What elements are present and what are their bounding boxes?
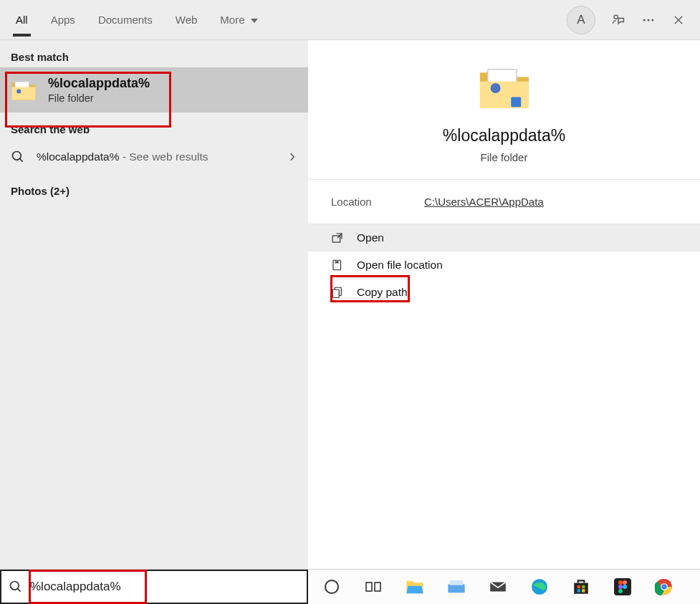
svg-rect-22 — [577, 585, 580, 588]
web-result-query: %localappdata% — [37, 150, 119, 163]
svg-point-1 — [643, 19, 646, 21]
search-input[interactable] — [30, 580, 299, 594]
copy-path-icon — [331, 286, 344, 299]
action-copy-path[interactable]: Copy path — [308, 279, 700, 306]
open-icon — [331, 231, 344, 244]
tab-web[interactable]: Web — [174, 4, 199, 36]
location-value[interactable]: C:\Users\ACER\AppData — [424, 196, 544, 208]
svg-rect-17 — [375, 583, 380, 591]
svg-point-15 — [325, 580, 338, 593]
tab-apps[interactable]: Apps — [49, 4, 77, 36]
best-match-text: %localappdata% File folder — [48, 76, 150, 104]
bottom-bar — [0, 569, 700, 604]
detail-header: %localappdata% File folder — [308, 40, 700, 180]
web-result-suffix: - See web results — [119, 150, 208, 163]
svg-point-14 — [11, 582, 19, 590]
main-area: Best match %localappdata% File folder Se… — [0, 40, 700, 569]
svg-point-28 — [623, 580, 627, 585]
search-box[interactable] — [0, 570, 308, 604]
section-search-web: Search the web — [0, 112, 308, 140]
location-label: Location — [331, 196, 424, 208]
search-icon — [9, 580, 23, 594]
action-open[interactable]: Open — [308, 224, 700, 251]
tabs-container: All Apps Documents Web More — [14, 4, 259, 36]
svg-point-6 — [13, 152, 21, 160]
taskbar-edge[interactable] — [527, 575, 552, 599]
svg-point-27 — [618, 580, 623, 585]
best-match-subtitle: File folder — [48, 92, 150, 104]
section-best-match: Best match — [0, 40, 308, 67]
action-copy-path-label: Copy path — [357, 286, 408, 299]
svg-point-0 — [614, 15, 618, 19]
best-match-item[interactable]: %localappdata% File folder — [0, 67, 308, 112]
taskbar — [308, 570, 700, 604]
svg-rect-19 — [450, 580, 464, 585]
taskbar-explorer[interactable] — [403, 575, 427, 599]
search-icon — [11, 150, 25, 164]
taskbar-mail[interactable] — [486, 575, 510, 599]
svg-rect-21 — [574, 583, 588, 594]
top-tab-bar: All Apps Documents Web More A — [0, 0, 700, 40]
web-result-text: %localappdata% - See web results — [37, 150, 208, 163]
feedback-icon[interactable] — [611, 13, 625, 27]
taskbar-store[interactable] — [569, 575, 593, 599]
svg-point-2 — [648, 19, 650, 21]
action-open-label: Open — [357, 231, 384, 244]
taskbar-chrome[interactable] — [652, 575, 676, 599]
svg-point-5 — [16, 89, 21, 93]
svg-rect-9 — [511, 97, 521, 107]
detail-title: %localappdata% — [443, 126, 565, 145]
action-open-location[interactable]: Open file location — [308, 251, 700, 279]
svg-point-30 — [623, 585, 627, 589]
detail-subtitle: File folder — [481, 151, 528, 163]
svg-rect-18 — [448, 585, 464, 593]
best-match-title: %localappdata% — [48, 76, 150, 91]
caret-down-icon — [251, 19, 258, 23]
section-photos[interactable]: Photos (2+) — [0, 174, 308, 201]
detail-panel: %localappdata% File folder Location C:\U… — [308, 40, 700, 569]
top-right-controls: A — [567, 6, 686, 34]
svg-point-31 — [618, 589, 623, 593]
action-list: Open Open file location Copy path — [308, 224, 700, 306]
more-options-icon[interactable] — [641, 13, 656, 27]
taskbar-figma[interactable] — [610, 575, 635, 599]
web-result-item[interactable]: %localappdata% - See web results — [0, 140, 308, 174]
close-icon[interactable] — [671, 13, 686, 27]
taskbar-keyboard[interactable] — [444, 575, 469, 599]
svg-point-34 — [661, 584, 667, 590]
folder-icon-large — [476, 66, 532, 110]
location-row: Location C:\Users\ACER\AppData — [308, 180, 700, 224]
chevron-right-icon — [287, 152, 297, 162]
open-location-icon — [331, 259, 344, 272]
svg-rect-24 — [577, 589, 580, 592]
action-open-location-label: Open file location — [357, 259, 443, 272]
tab-more-label: More — [220, 14, 244, 26]
svg-point-3 — [651, 19, 653, 21]
user-avatar[interactable]: A — [567, 6, 595, 34]
svg-rect-16 — [366, 583, 372, 591]
taskbar-taskview[interactable] — [361, 575, 385, 599]
tab-all[interactable]: All — [14, 4, 29, 36]
folder-icon — [11, 79, 37, 102]
svg-point-29 — [618, 585, 623, 589]
taskbar-cortana[interactable] — [320, 575, 344, 599]
svg-rect-13 — [332, 289, 339, 297]
svg-point-8 — [490, 83, 500, 93]
results-panel: Best match %localappdata% File folder Se… — [0, 40, 308, 569]
svg-rect-23 — [582, 585, 585, 588]
tab-more[interactable]: More — [219, 4, 259, 36]
tab-documents[interactable]: Documents — [97, 4, 154, 36]
svg-rect-25 — [582, 589, 585, 592]
